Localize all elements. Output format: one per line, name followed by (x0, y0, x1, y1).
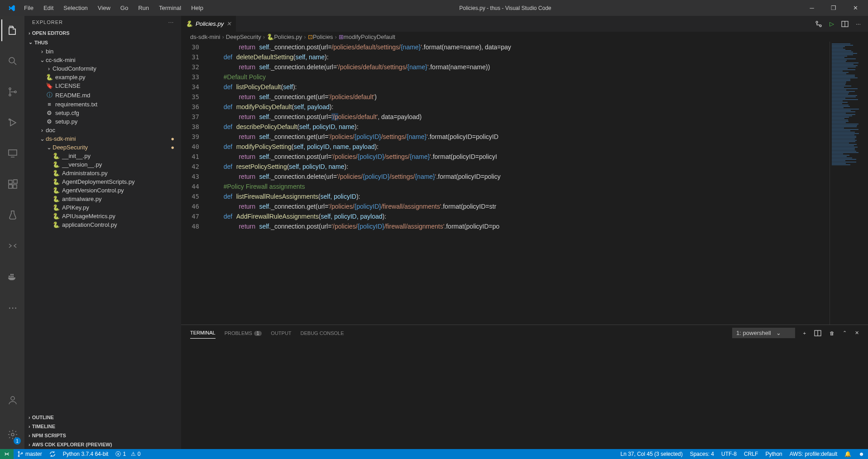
maximize-panel-icon[interactable]: ⌃ (843, 330, 847, 336)
folder-ccsdk[interactable]: ⌄cc-sdk-mini (25, 56, 181, 64)
close-window-button[interactable]: ✕ (846, 1, 864, 15)
folder-cloudconformity[interactable]: ›CloudConformity (25, 64, 181, 73)
feedback-icon[interactable]: ☻ (855, 451, 868, 457)
remote-explorer-icon[interactable] (1, 143, 23, 164)
source-control-icon[interactable] (1, 81, 23, 103)
breadcrumbs[interactable]: ds-sdk-mini› DeepSecurity› 🐍 Policies.py… (181, 32, 868, 42)
editor-more-icon[interactable]: ··· (856, 20, 861, 28)
file-readme[interactable]: ⓘREADME.md (25, 90, 181, 100)
terminal-selector[interactable]: 1: powershell ⌄ (732, 328, 795, 338)
menu-go[interactable]: Go (116, 2, 133, 14)
close-tab-icon[interactable]: ✕ (226, 20, 231, 27)
svg-rect-14 (12, 274, 14, 275)
indentation[interactable]: Spaces: 4 (686, 451, 718, 457)
maximize-button[interactable]: ❐ (825, 1, 843, 15)
svg-rect-8 (13, 185, 17, 188)
file-apiusage[interactable]: 🐍APIUsageMetrics.py (25, 212, 181, 220)
outline-section[interactable]: ›OUTLINE (25, 413, 181, 422)
menu-help[interactable]: Help (187, 2, 208, 14)
explorer-icon[interactable] (1, 19, 23, 41)
menu-run[interactable]: Run (134, 2, 153, 14)
npm-section[interactable]: ›NPM SCRIPTS (25, 431, 181, 440)
menu-selection[interactable]: Selection (59, 2, 92, 14)
eol[interactable]: CRLF (740, 451, 762, 457)
workspace-section[interactable]: ⌄THUS (25, 38, 181, 47)
folder-dssdk[interactable]: ⌄ds-sdk-mini● (25, 134, 181, 143)
minimize-button[interactable]: ─ (803, 1, 821, 15)
kill-terminal-icon[interactable]: 🗑 (830, 330, 834, 336)
file-setupcfg[interactable]: ⚙setup.cfg (25, 109, 181, 117)
file-license[interactable]: 🔖LICENSE (25, 81, 181, 90)
menu-edit[interactable]: Edit (39, 2, 58, 14)
menu-view[interactable]: View (93, 2, 115, 14)
explorer-header: EXPLORER ··· (25, 16, 181, 29)
file-requirements[interactable]: ≡requirements.txt (25, 100, 181, 109)
class-icon: ⊡ (308, 33, 313, 40)
settings-gear-icon[interactable]: 1 (1, 424, 23, 445)
account-icon[interactable] (1, 389, 23, 411)
file-antimalware[interactable]: 🐍antimalware.py (25, 195, 181, 203)
file-appcontrol[interactable]: 🐍applicationControl.py (25, 220, 181, 229)
file-setuppy[interactable]: ⚙setup.py (25, 117, 181, 126)
file-administrators[interactable]: 🐍Administrators.py (25, 169, 181, 177)
timeline-section[interactable]: ›TIMELINE (25, 422, 181, 431)
tab-output[interactable]: OUTPUT (271, 328, 291, 339)
python-icon: 🐍 (52, 213, 60, 220)
tab-problems[interactable]: PROBLEMS1 (225, 328, 262, 339)
code-editor[interactable]: 30 31 32 33 34 35 36 37 38 39 40 41 42 4… (181, 42, 868, 325)
notifications-icon[interactable]: 🔔 (841, 451, 855, 457)
cdk-section[interactable]: ›AWS CDK EXPLORER (PREVIEW) (25, 440, 181, 449)
info-icon: ⓘ (45, 91, 53, 99)
file-version[interactable]: 🐍__version__.py (25, 160, 181, 169)
text-icon: ≡ (45, 101, 53, 108)
search-icon[interactable] (1, 50, 23, 72)
code-content[interactable]: return self._connection.post(url=/polici… (208, 42, 830, 325)
python-icon: 🐍 (186, 20, 193, 27)
extensions-icon[interactable] (1, 173, 23, 195)
close-panel-icon[interactable]: ✕ (855, 330, 859, 336)
vscode-icon (4, 4, 19, 12)
cert-icon: 🔖 (45, 82, 53, 89)
compare-changes-icon[interactable] (815, 20, 822, 28)
language-mode[interactable]: Python (762, 451, 786, 457)
file-agentdeploy[interactable]: 🐍AgentDeploymentScripts.py (25, 177, 181, 186)
file-example[interactable]: 🐍example.py (25, 73, 181, 81)
sync-button[interactable] (46, 449, 59, 459)
bottom-panel: TERMINAL PROBLEMS1 OUTPUT DEBUG CONSOLE … (181, 325, 868, 449)
testing-icon[interactable] (1, 204, 23, 226)
menu-terminal[interactable]: Terminal (154, 2, 186, 14)
file-tree: ›bin ⌄cc-sdk-mini ›CloudConformity 🐍exam… (25, 47, 181, 413)
file-agentversion[interactable]: 🐍AgentVersionControl.py (25, 186, 181, 195)
cursor-position[interactable]: Ln 37, Col 45 (3 selected) (617, 451, 686, 457)
method-icon: ⊞ (339, 33, 344, 40)
new-terminal-icon[interactable]: + (803, 330, 806, 336)
menu-file[interactable]: File (19, 2, 38, 14)
encoding[interactable]: UTF-8 (718, 451, 740, 457)
run-icon[interactable]: ▷ (830, 20, 834, 28)
folder-bin[interactable]: ›bin (25, 47, 181, 56)
file-apikey[interactable]: 🐍APIKey.py (25, 203, 181, 212)
folder-doc[interactable]: ›doc (25, 126, 181, 134)
more-icon[interactable]: ··· (1, 296, 23, 318)
svg-point-22 (18, 455, 19, 457)
remote-indicator[interactable] (0, 449, 14, 459)
split-editor-icon[interactable] (841, 20, 849, 28)
file-init[interactable]: 🐍__init__.py (25, 152, 181, 160)
tab-debug-console[interactable]: DEBUG CONSOLE (301, 328, 344, 339)
minimap[interactable] (830, 42, 868, 325)
docker-icon[interactable] (1, 266, 23, 287)
tab-policies[interactable]: 🐍 Policies.py ✕ (181, 16, 236, 32)
explorer-more-icon[interactable]: ··· (168, 19, 174, 25)
folder-deepsecurity[interactable]: ⌄DeepSecurity● (25, 143, 181, 152)
problems-status[interactable]: ⓧ 1 ⚠ 0 (112, 449, 144, 459)
tab-terminal[interactable]: TERMINAL (190, 327, 216, 339)
debug-icon[interactable] (1, 112, 23, 134)
remote-icon[interactable] (1, 235, 23, 257)
aws-profile[interactable]: AWS: profile:default (786, 451, 841, 457)
git-branch[interactable]: master (14, 449, 46, 459)
terminal-content[interactable] (181, 341, 868, 449)
open-editors-section[interactable]: ›OPEN EDITORS (25, 29, 181, 38)
python-interpreter[interactable]: Python 3.7.4 64-bit (59, 449, 112, 459)
svg-point-0 (9, 57, 14, 63)
split-terminal-icon[interactable] (814, 330, 821, 337)
